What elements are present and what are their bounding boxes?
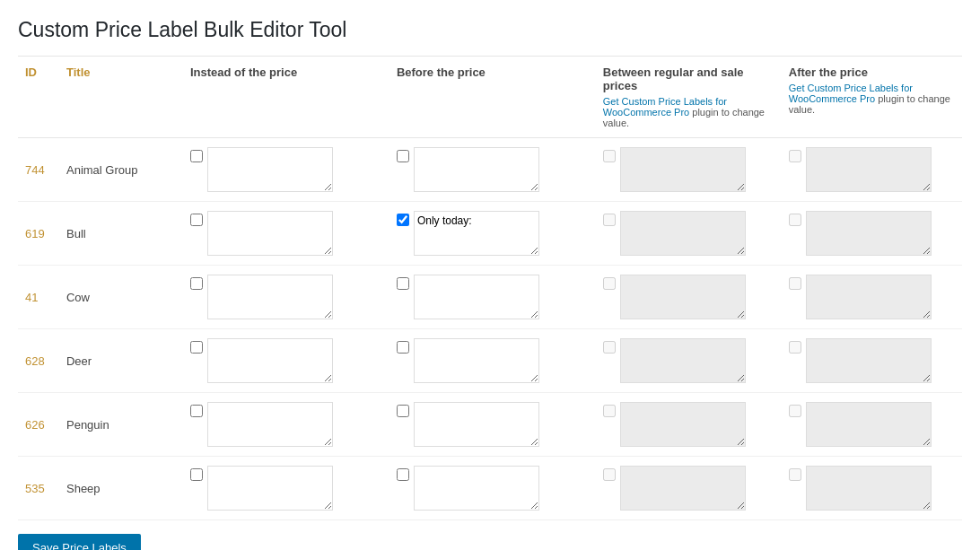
cell-between [596,138,782,202]
between-checkbox [603,277,616,290]
cell-instead [183,202,389,266]
after-textarea [806,402,932,447]
table-row: 628Deer [18,329,962,393]
after-checkbox [789,214,801,226]
before-textarea[interactable] [414,147,539,192]
before-textarea[interactable] [414,338,539,383]
after-checkbox [789,468,801,481]
between-textarea [620,275,746,319]
cell-id: 535 [18,457,59,520]
col-header-instead: Instead of the price [183,57,389,138]
cell-after [782,202,962,266]
after-textarea [806,147,932,192]
instead-checkbox[interactable] [190,341,203,354]
cell-between [596,393,782,457]
cell-after [782,457,962,520]
cell-before [389,266,596,329]
before-checkbox[interactable] [397,277,409,290]
table-row: 619Bull [18,202,962,266]
between-checkbox [603,214,616,226]
before-textarea[interactable] [414,211,539,256]
cell-id: 626 [18,393,59,457]
after-checkbox [789,277,801,290]
between-checkbox [603,468,616,481]
cell-title: Penguin [59,393,183,457]
between-checkbox [603,405,616,417]
cell-between [596,266,782,329]
col-header-id: ID [18,57,59,138]
after-checkbox [789,150,801,162]
before-checkbox[interactable] [397,150,409,162]
after-pro-link[interactable]: Get Custom Price Labels for WooCommerce … [789,83,913,104]
table-row: 535Sheep [18,457,962,520]
save-price-labels-button[interactable]: Save Price Labels [18,534,141,550]
between-textarea [620,211,746,256]
cell-id: 619 [18,202,59,266]
cell-before [389,457,596,520]
before-textarea[interactable] [414,402,539,447]
before-textarea[interactable] [414,466,539,511]
page-title: Custom Price Label Bulk Editor Tool [18,9,962,57]
cell-instead [183,393,389,457]
instead-checkbox[interactable] [190,277,203,290]
bulk-editor-table: ID Title Instead of the price Before the… [18,57,962,520]
table-row: 626Penguin [18,393,962,457]
instead-textarea[interactable] [207,147,333,192]
before-checkbox[interactable] [397,405,409,417]
instead-checkbox[interactable] [190,468,203,481]
before-checkbox[interactable] [397,214,409,226]
between-textarea [620,147,746,192]
cell-title: Bull [59,202,183,266]
after-textarea [806,275,932,319]
cell-before [389,138,596,202]
cell-title: Sheep [59,457,183,520]
instead-checkbox[interactable] [190,405,203,417]
instead-textarea[interactable] [207,211,333,256]
cell-before [389,329,596,393]
instead-checkbox[interactable] [190,150,203,162]
cell-after [782,266,962,329]
cell-before [389,202,596,266]
col-header-between: Between regular and sale prices Get Cust… [596,57,782,138]
after-textarea [806,211,932,256]
instead-textarea[interactable] [207,402,333,447]
col-header-title: Title [59,57,183,138]
col-header-before: Before the price [389,57,596,138]
before-textarea[interactable] [414,275,539,319]
table-row: 744Animal Group [18,138,962,202]
before-checkbox[interactable] [397,468,409,481]
between-checkbox [603,341,616,354]
table-row: 41Cow [18,266,962,329]
between-textarea [620,402,746,447]
before-checkbox[interactable] [397,341,409,354]
after-checkbox [789,341,801,354]
cell-between [596,202,782,266]
between-pro-link[interactable]: Get Custom Price Labels for WooCommerce … [603,96,727,118]
after-textarea [806,338,932,383]
cell-after [782,393,962,457]
cell-id: 41 [18,266,59,329]
cell-title: Deer [59,329,183,393]
after-checkbox [789,405,801,417]
cell-between [596,329,782,393]
instead-textarea[interactable] [207,466,333,511]
cell-title: Animal Group [59,138,183,202]
col-header-after: After the price Get Custom Price Labels … [782,57,962,138]
between-textarea [620,466,746,511]
instead-textarea[interactable] [207,275,333,319]
cell-id: 744 [18,138,59,202]
cell-after [782,138,962,202]
cell-before [389,393,596,457]
instead-textarea[interactable] [207,338,333,383]
cell-instead [183,138,389,202]
instead-checkbox[interactable] [190,214,203,226]
between-textarea [620,338,746,383]
cell-after [782,329,962,393]
cell-instead [183,457,389,520]
cell-title: Cow [59,266,183,329]
cell-instead [183,266,389,329]
cell-instead [183,329,389,393]
between-checkbox [603,150,616,162]
after-textarea [806,466,932,511]
cell-between [596,457,782,520]
